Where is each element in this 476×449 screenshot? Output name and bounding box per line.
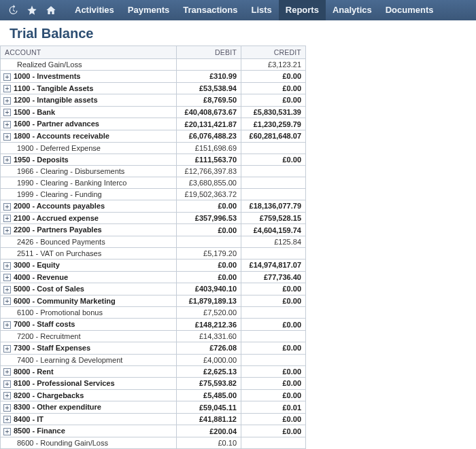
account-cell: 1999 - Clearing - Funding [1, 189, 177, 200]
account-label: 6100 - Promotional bonus [3, 308, 103, 317]
expand-icon[interactable]: + [3, 368, 11, 376]
table-row[interactable]: +8500 - Finance£200.04£0.00 [1, 425, 306, 437]
table-row[interactable]: +3000 - Equity£0.00£14,974,817.07 [1, 259, 306, 271]
table-row[interactable]: +1200 - Intangible assets£8,769.50£0.00 [1, 94, 306, 107]
debit-cell: £4,000.00 [177, 354, 241, 365]
nav-tab-payments[interactable]: Payments [121, 0, 176, 20]
credit-cell: £14,974,817.07 [241, 259, 306, 271]
table-row[interactable]: +8300 - Other expenditure£59,045.11£0.01 [1, 401, 306, 414]
table-row[interactable]: +7000 - Staff costs£148,212.36£0.00 [1, 319, 306, 331]
table-row[interactable]: 2426 - Bounced Payments£125.84 [1, 236, 306, 247]
credit-cell [241, 247, 306, 259]
expand-icon[interactable]: + [3, 121, 11, 128]
debit-cell: £0.00 [177, 271, 241, 283]
expand-icon[interactable]: + [3, 404, 11, 412]
col-account[interactable]: ACCOUNT [1, 46, 177, 59]
debit-cell: £310.99 [177, 71, 241, 83]
expand-icon[interactable]: + [3, 321, 11, 329]
credit-cell [241, 354, 306, 365]
credit-cell: £0.00 [241, 342, 306, 354]
debit-cell [177, 236, 241, 247]
nav-tab-activities[interactable]: Activities [68, 0, 121, 20]
debit-cell: £111,563.70 [177, 154, 241, 166]
table-row[interactable]: 1999 - Clearing - Funding£19,502,363.72 [1, 189, 306, 200]
expand-icon[interactable]: + [3, 215, 11, 222]
expand-icon[interactable]: + [3, 392, 11, 399]
table-row[interactable]: 6100 - Promotional bonus£7,520.00 [1, 307, 306, 319]
nav-tab-transactions[interactable]: Transactions [176, 0, 244, 20]
table-row[interactable]: +1100 - Tangible Assets£53,538.94£0.00 [1, 82, 306, 94]
account-label: 1000 - Investments [14, 72, 80, 80]
col-credit[interactable]: CREDIT [241, 46, 306, 59]
table-row[interactable]: +8000 - Rent£2,625.13£0.00 [1, 365, 306, 378]
account-cell: +5000 - Cost of Sales [1, 283, 177, 295]
table-row[interactable]: 7200 - Recruitment£14,331.60 [1, 330, 306, 342]
debit-cell: £6,076,488.23 [177, 130, 241, 142]
nav-tab-documents[interactable]: Documents [379, 0, 441, 20]
expand-icon[interactable]: + [3, 109, 11, 116]
table-row[interactable]: Realized Gain/Loss£3,123.21 [1, 59, 306, 71]
expand-icon[interactable]: + [3, 428, 11, 435]
account-label: 2511 - VAT on Purchases [3, 249, 101, 257]
expand-icon[interactable]: + [3, 133, 11, 141]
table-row[interactable]: 1966 - Clearing - Disbursements£12,766,3… [1, 166, 306, 177]
expand-icon[interactable]: + [3, 203, 11, 211]
table-row[interactable]: +1500 - Bank£40,408,673.67£5,830,531.39 [1, 106, 306, 118]
expand-icon[interactable]: + [3, 274, 11, 281]
table-row[interactable]: 7400 - Learning & Development£4,000.00 [1, 354, 306, 365]
table-row[interactable]: +8200 - Chargebacks£5,485.00£0.00 [1, 389, 306, 401]
expand-icon[interactable]: + [3, 345, 11, 353]
table-row[interactable]: +1950 - Deposits£111,563.70£0.00 [1, 154, 306, 166]
debit-cell: £200.04 [177, 425, 241, 437]
account-cell: +2200 - Partners Payables [1, 224, 177, 236]
table-row[interactable]: 2511 - VAT on Purchases£5,179.20 [1, 247, 306, 259]
table-row[interactable]: +1000 - Investments£310.99£0.00 [1, 71, 306, 83]
expand-icon[interactable]: + [3, 380, 11, 388]
table-row[interactable]: +5000 - Cost of Sales£403,940.10£0.00 [1, 283, 306, 295]
expand-icon[interactable]: + [3, 73, 11, 81]
table-row[interactable]: +8400 - IT£41,881.12£0.00 [1, 413, 306, 425]
account-cell: +1600 - Partner advances [1, 118, 177, 130]
table-row[interactable]: +2200 - Partners Payables£0.00£4,604,159… [1, 224, 306, 236]
account-label: 2200 - Partners Payables [14, 226, 102, 234]
table-row[interactable]: +6000 - Community Marketing£1,879,189.13… [1, 295, 306, 307]
expand-icon[interactable]: + [3, 262, 11, 270]
home-icon[interactable] [44, 3, 58, 18]
expand-icon[interactable]: + [3, 97, 11, 105]
table-row[interactable]: 8600 - Rounding Gain/Loss£0.10 [1, 437, 306, 449]
expand-icon[interactable]: + [3, 286, 11, 293]
table-row[interactable]: +2100 - Accrued expense£357,996.53£759,5… [1, 212, 306, 224]
account-cell: +1200 - Intangible assets [1, 94, 177, 107]
star-icon[interactable] [24, 3, 39, 18]
table-row[interactable]: +2000 - Accounts payables£0.00£18,136,07… [1, 200, 306, 213]
col-debit[interactable]: DEBIT [177, 46, 241, 59]
table-row[interactable]: +4000 - Revenue£0.00£77,736.40 [1, 271, 306, 283]
debit-cell: £0.10 [177, 437, 241, 449]
history-icon[interactable] [5, 3, 20, 18]
account-cell: +1950 - Deposits [1, 154, 177, 166]
expand-icon[interactable]: + [3, 85, 11, 92]
table-row[interactable]: 1900 - Deferred Expense£151,698.69 [1, 142, 306, 154]
table-row[interactable]: +7300 - Staff Expenses£726.08£0.00 [1, 342, 306, 354]
credit-cell: £0.00 [241, 365, 306, 378]
account-label: 8500 - Finance [14, 427, 65, 435]
account-label: 6000 - Community Marketing [14, 297, 116, 305]
credit-cell: £0.00 [241, 389, 306, 401]
nav-tab-lists[interactable]: Lists [244, 0, 278, 20]
account-label: 8600 - Rounding Gain/Loss [3, 439, 108, 447]
expand-icon[interactable]: + [3, 298, 11, 305]
nav-tab-analytics[interactable]: Analytics [326, 0, 379, 20]
credit-cell: £5,830,531.39 [241, 106, 306, 118]
nav-tab-reports[interactable]: Reports [279, 0, 326, 20]
account-label: 1200 - Intangible assets [14, 96, 98, 104]
debit-cell: £403,940.10 [177, 283, 241, 295]
account-label: 1950 - Deposits [14, 156, 69, 164]
table-row[interactable]: +8100 - Professional Services£75,593.82£… [1, 378, 306, 390]
table-row[interactable]: 1990 - Clearing - Banking Interco£3,680,… [1, 177, 306, 189]
expand-icon[interactable]: + [3, 227, 11, 234]
table-row[interactable]: +1800 - Accounts receivable£6,076,488.23… [1, 130, 306, 142]
table-row[interactable]: +1600 - Partner advances£20,131,421.87£1… [1, 118, 306, 130]
credit-cell [241, 166, 306, 177]
expand-icon[interactable]: + [3, 416, 11, 423]
expand-icon[interactable]: + [3, 156, 11, 164]
